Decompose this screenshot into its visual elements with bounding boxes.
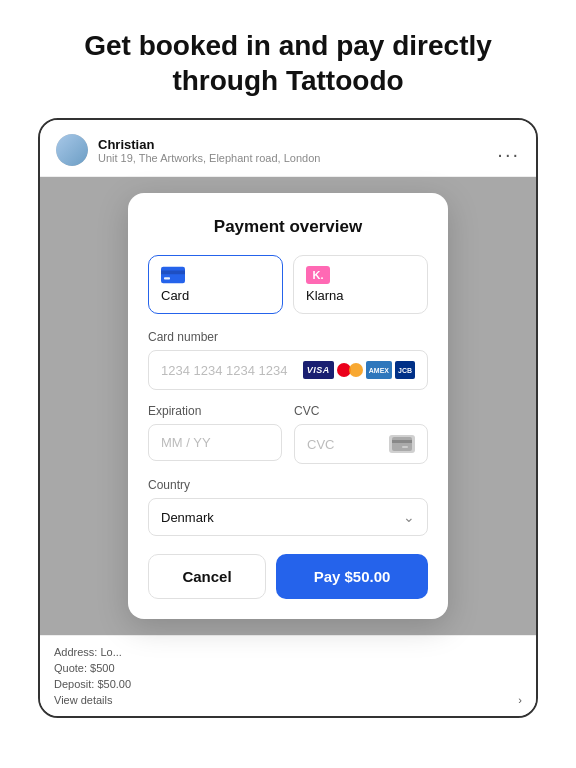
country-label: Country bbox=[148, 478, 428, 492]
avatar bbox=[56, 134, 88, 166]
artist-info: Christian Unit 19, The Artworks, Elephan… bbox=[98, 137, 320, 164]
card-logos: VISA AMEX JCB bbox=[303, 361, 415, 379]
cvc-placeholder: CVC bbox=[307, 437, 334, 452]
view-details-label: View details bbox=[54, 694, 113, 706]
modal-overlay: Payment overview Card K. Klarna bbox=[40, 177, 536, 635]
expiry-cvc-row: Expiration MM / YY CVC CVC bbox=[148, 404, 428, 478]
klarna-tab-label: Klarna bbox=[306, 288, 415, 303]
country-dropdown[interactable]: Denmark ⌄ bbox=[148, 498, 428, 536]
card-number-placeholder: 1234 1234 1234 1234 bbox=[161, 363, 288, 378]
chevron-down-icon: ⌄ bbox=[403, 509, 415, 525]
deposit-row: Deposit: $50.00 bbox=[54, 676, 522, 692]
expiry-placeholder: MM / YY bbox=[161, 435, 211, 450]
card-number-label: Card number bbox=[148, 330, 428, 344]
cvc-group: CVC CVC bbox=[294, 404, 428, 478]
cvc-field[interactable]: CVC bbox=[294, 424, 428, 464]
svg-rect-5 bbox=[402, 446, 408, 448]
cancel-button[interactable]: Cancel bbox=[148, 554, 266, 599]
card-icon bbox=[161, 266, 185, 284]
cvc-card-icon bbox=[389, 435, 415, 453]
app-bar: Christian Unit 19, The Artworks, Elephan… bbox=[40, 120, 536, 177]
payment-modal: Payment overview Card K. Klarna bbox=[128, 193, 448, 619]
klarna-tab[interactable]: K. Klarna bbox=[293, 255, 428, 314]
card-number-field[interactable]: 1234 1234 1234 1234 VISA AMEX JCB bbox=[148, 350, 428, 390]
device-frame: Christian Unit 19, The Artworks, Elephan… bbox=[38, 118, 538, 718]
card-tab-label: Card bbox=[161, 288, 270, 303]
expiry-group: Expiration MM / YY bbox=[148, 404, 282, 478]
more-options-button[interactable]: ... bbox=[497, 139, 520, 162]
payment-tabs: Card K. Klarna bbox=[148, 255, 428, 314]
visa-logo: VISA bbox=[303, 361, 334, 379]
svg-rect-0 bbox=[161, 267, 185, 284]
device-content: Payment overview Card K. Klarna bbox=[40, 177, 536, 635]
pay-button[interactable]: Pay $50.00 bbox=[276, 554, 428, 599]
modal-buttons: Cancel Pay $50.00 bbox=[148, 554, 428, 599]
page-title: Get booked in and pay directly through T… bbox=[0, 0, 576, 118]
quote-row: Quote: $500 bbox=[54, 660, 522, 676]
klarna-icon: K. bbox=[306, 266, 330, 284]
svg-rect-2 bbox=[164, 277, 170, 279]
expiry-label: Expiration bbox=[148, 404, 282, 418]
svg-rect-4 bbox=[392, 440, 412, 443]
country-value: Denmark bbox=[161, 510, 214, 525]
amex-logo: AMEX bbox=[366, 361, 392, 379]
device-bottom-strip: Address: Lo... Quote: $500 Deposit: $50.… bbox=[40, 635, 536, 716]
artist-name: Christian bbox=[98, 137, 320, 152]
view-details-row[interactable]: View details › bbox=[54, 692, 522, 708]
cvc-label: CVC bbox=[294, 404, 428, 418]
mastercard-logo bbox=[337, 361, 363, 379]
svg-rect-3 bbox=[392, 437, 412, 451]
modal-title: Payment overview bbox=[148, 217, 428, 237]
card-tab[interactable]: Card bbox=[148, 255, 283, 314]
expiry-field[interactable]: MM / YY bbox=[148, 424, 282, 461]
address-row: Address: Lo... bbox=[54, 644, 522, 660]
app-bar-left: Christian Unit 19, The Artworks, Elephan… bbox=[56, 134, 320, 166]
artist-location: Unit 19, The Artworks, Elephant road, Lo… bbox=[98, 152, 320, 164]
view-details-chevron: › bbox=[518, 694, 522, 706]
jcb-logo: JCB bbox=[395, 361, 415, 379]
svg-rect-1 bbox=[161, 271, 185, 275]
